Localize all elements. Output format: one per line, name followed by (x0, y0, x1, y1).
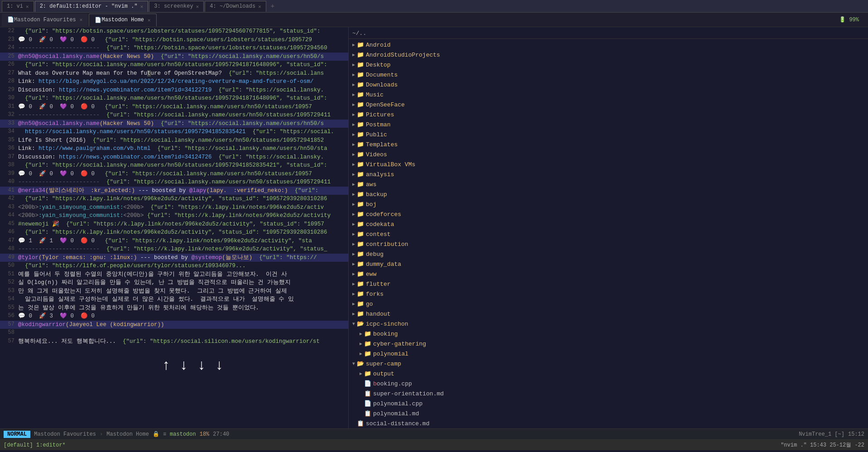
tree-arrow-icon: ▶ (352, 301, 355, 307)
tree-item-label: contest (366, 231, 391, 238)
tree-arrow-icon: ▶ (352, 202, 355, 207)
tab-editor-close[interactable]: ✕ (140, 4, 144, 10)
tree-boj[interactable]: ▶ 📁 boj (349, 199, 868, 209)
folder-icon: 📁 (357, 211, 364, 218)
tree-downloads[interactable]: ▶ 📁 Downloads (349, 80, 868, 90)
tree-backup[interactable]: ▶ 📁 backup (349, 189, 868, 199)
tree-android[interactable]: ▶ 📁 Android (349, 40, 868, 50)
tree-documents[interactable]: ▶ 📁 Documents (349, 70, 868, 80)
tree-polynomial-cpp[interactable]: ▶ 📄 polynomial.cpp (349, 399, 868, 409)
tree-analysis[interactable]: ▶ 📁 analysis (349, 169, 868, 179)
folder-icon: 📁 (357, 101, 364, 108)
tree-arrow-icon: ▶ (352, 42, 355, 48)
tree-go[interactable]: ▶ 📁 go (349, 299, 868, 309)
tree-postman[interactable]: ▶ 📁 Postman (349, 120, 868, 130)
wtab-fav-close[interactable]: ✕ (80, 17, 83, 23)
tree-public[interactable]: ▶ 📁 Public (349, 130, 868, 139)
tab-vi[interactable]: 1: vi ✕ (2, 1, 34, 12)
tab-screenkey[interactable]: 3: screenkey ✕ (149, 1, 204, 12)
wtab-mastodon-home[interactable]: 📄 Mastodon Home ✕ (89, 14, 156, 26)
tree-forks[interactable]: ▶ 📁 forks (349, 289, 868, 299)
tree-arrow-icon: ▶ (360, 341, 362, 346)
tree-arrow-icon: ▶ (352, 231, 355, 237)
tree-codekata[interactable]: ▶ 📁 codekata (349, 219, 868, 229)
tab-downloads-close[interactable]: ✕ (258, 4, 261, 10)
folder-icon: 📁 (357, 250, 364, 258)
status-file2: Mastodon Home (106, 431, 149, 438)
wtab-home-close[interactable]: ✕ (148, 17, 151, 23)
wtab-mastodon-fav[interactable]: 📄 Mastodon Favourites ✕ (2, 14, 88, 26)
tree-flutter[interactable]: ▶ 📁 flutter (349, 279, 868, 289)
tab-editor[interactable]: 2: default:1:editor - "nvim ." ✕ (35, 1, 149, 12)
tree-androidstudio[interactable]: ▶ 📁 AndroidStudioProjects (349, 50, 868, 60)
folder-icon: 📁 (357, 310, 364, 317)
file-icon: 📄 (364, 400, 371, 407)
arrow-down-3: ↓ (215, 357, 224, 374)
tree-eww[interactable]: ▶ 📁 eww (349, 269, 868, 279)
scroll-arrows: ↑ ↓ ↓ ↓ (162, 357, 224, 374)
tab-vi-close[interactable]: ✕ (26, 4, 29, 10)
tree-output[interactable]: ▶ 📁 output (349, 369, 868, 379)
tree-debug[interactable]: ▶ 📁 debug (349, 249, 868, 259)
tree-super-orientation[interactable]: ▶ 📋 super-orientation.md (349, 389, 868, 399)
tree-item-label: polynomial.cpp (373, 400, 422, 407)
tree-templates[interactable]: ▶ 📁 Templates (349, 139, 868, 149)
tree-polynomial[interactable]: ▶ 📁 polynomial (349, 349, 868, 359)
tab-downloads[interactable]: 4: ~/Downloads ✕ (205, 1, 266, 12)
folder-icon: 📁 (357, 221, 364, 228)
line-33: 33 @hn50@social.lansky.name(Hacker News … (0, 120, 348, 128)
tree-arrow-icon: ▶ (352, 52, 355, 58)
folder-icon: 📂 (357, 360, 364, 367)
tree-pictures[interactable]: ▶ 📁 Pictures (349, 110, 868, 120)
file-icon: 📄 (364, 380, 371, 387)
status-right: NvimTree_1 [~] 15:12 (799, 431, 864, 438)
tree-handout[interactable]: ▶ 📁 handout (349, 309, 868, 319)
wtab-home-label: Mastodon Home (101, 17, 144, 23)
tree-arrow-icon: ▶ (352, 122, 355, 127)
folder-icon: 📁 (357, 51, 364, 58)
folder-icon: 📁 (357, 171, 364, 178)
tree-polynomial-md[interactable]: ▶ 📋 polynomial.md (349, 409, 868, 418)
tree-arrow-icon: ▶ (352, 132, 355, 137)
tree-cyber-gathering[interactable]: ▶ 📁 cyber-gathering (349, 339, 868, 349)
tab-screenkey-close[interactable]: ✕ (196, 4, 199, 10)
line-26: 26 {"url": "https://social.lansky.name/u… (0, 61, 348, 69)
tree-openseeface[interactable]: ▶ 📁 OpenSeeFace (349, 100, 868, 110)
tree-arrow-icon: ▶ (352, 62, 355, 67)
mastodon-fav-icon: 📄 (7, 16, 14, 23)
tree-item-label: super-orientation.md (373, 390, 444, 397)
tab-add-button[interactable]: + (267, 1, 278, 11)
tab-vi-label: 1: vi (7, 3, 23, 10)
vim-window-tabs: 📄 Mastodon Favourites ✕ 📄 Mastodon Home … (0, 13, 868, 27)
line-51: 51 예를 들어서 두 정렬된 수열의 중앙치(메디안)을 구하기 위한 알고리… (0, 270, 348, 279)
tree-codeforces[interactable]: ▶ 📁 codeforces (349, 209, 868, 219)
tree-contribution[interactable]: ▶ 📁 contribution (349, 239, 868, 249)
tree-booking[interactable]: ▶ 📁 booking (349, 329, 868, 339)
tree-arrow-icon: ▶ (360, 371, 362, 376)
tree-item-label: backup (366, 191, 387, 198)
line-44: 44 <200b>:yain_simyoung_communist:<200b>… (0, 212, 348, 220)
tree-arrow-icon: ▶ (360, 351, 362, 356)
tree-contest[interactable]: ▶ 📁 contest (349, 229, 868, 239)
tree-social-distance[interactable]: ▶ 📋 social-distance.md (349, 418, 868, 428)
tree-aws[interactable]: ▶ 📁 aws (349, 179, 868, 189)
tree-booking-cpp[interactable]: ▶ 📄 booking.cpp (349, 379, 868, 389)
folder-icon: 📁 (357, 231, 364, 238)
tree-item-label: polynomial.md (373, 410, 419, 417)
tree-desktop[interactable]: ▶ 📁 Desktop (349, 60, 868, 70)
tree-arrow-icon: ▶ (352, 221, 355, 227)
arrow-down-1: ↓ (179, 357, 188, 374)
tree-dummy-data[interactable]: ▶ 📁 dummy_data (349, 259, 868, 269)
folder-icon: 📁 (357, 280, 364, 288)
mastodon-home-icon: 📄 (95, 17, 101, 24)
tree-item-label: forks (366, 291, 384, 298)
tree-arrow-icon: ▶ (352, 72, 355, 77)
line-56: 56 💬 0 🚀 3 💜 0 🔴 0 (0, 312, 348, 321)
tree-virtualbox[interactable]: ▶ 📁 VirtualBox VMs (349, 159, 868, 169)
tree-path: ~/.. (349, 29, 868, 39)
tree-super-camp[interactable]: ▼ 📂 super-camp (349, 359, 868, 369)
tree-icpc-sinchon[interactable]: ▼ 📂 icpc-sinchon (349, 319, 868, 329)
tree-videos[interactable]: ▶ 📁 Videos (349, 149, 868, 159)
file-md-icon: 📋 (364, 410, 371, 417)
tree-music[interactable]: ▶ 📁 Music (349, 90, 868, 100)
